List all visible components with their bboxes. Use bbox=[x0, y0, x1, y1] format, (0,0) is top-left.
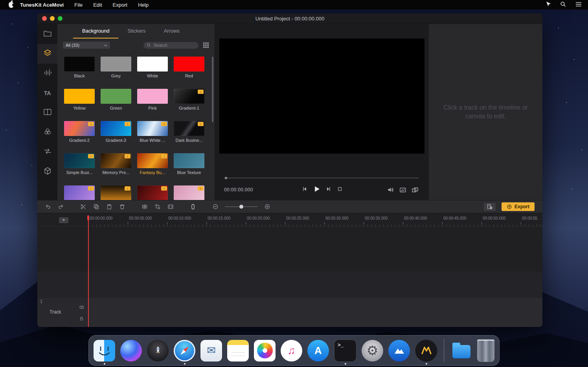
dock-system-preferences-icon[interactable]: ⚙ bbox=[362, 340, 383, 361]
dock-photos-icon[interactable] bbox=[254, 340, 276, 361]
track-visibility-eye-icon[interactable] bbox=[79, 305, 85, 310]
background-thumbnail[interactable]: ↓ bbox=[137, 153, 168, 168]
step-forward-button[interactable] bbox=[325, 186, 332, 192]
export-button[interactable]: Export bbox=[502, 202, 535, 211]
timeline-lane[interactable] bbox=[37, 272, 542, 298]
preview-seek-bar[interactable] bbox=[224, 178, 419, 178]
background-item[interactable]: Pink bbox=[137, 89, 168, 111]
dock-notes-icon[interactable] bbox=[227, 340, 249, 361]
dock-terminal-icon[interactable]: >_ bbox=[334, 339, 356, 362]
track-lock-icon[interactable] bbox=[79, 316, 84, 321]
dock-downloads-folder-icon[interactable] bbox=[450, 340, 472, 361]
background-item[interactable]: Blue Texture bbox=[174, 153, 204, 176]
background-thumbnail[interactable] bbox=[101, 89, 131, 104]
background-thumbnail[interactable] bbox=[174, 153, 204, 168]
paste-button[interactable] bbox=[106, 203, 113, 210]
background-item[interactable]: ↓ bbox=[174, 185, 204, 200]
minimize-button[interactable] bbox=[50, 16, 55, 21]
background-thumbnail[interactable] bbox=[101, 57, 131, 72]
canvas-size-icon[interactable] bbox=[399, 187, 406, 193]
background-thumbnail[interactable]: ↓ bbox=[101, 153, 131, 168]
background-item[interactable]: Black bbox=[64, 57, 95, 79]
dock-app-store-icon[interactable]: A bbox=[307, 340, 329, 361]
sidebar-item-elements[interactable] bbox=[37, 44, 57, 64]
search-input[interactable] bbox=[153, 42, 195, 48]
background-thumbnail[interactable]: ↓ bbox=[64, 153, 95, 168]
dock-siri-icon[interactable] bbox=[120, 340, 142, 361]
sidebar-item-effects[interactable] bbox=[37, 162, 57, 182]
background-item[interactable]: ↓Memory Pre... bbox=[101, 153, 131, 176]
playhead[interactable] bbox=[88, 215, 89, 327]
volume-icon[interactable] bbox=[387, 187, 394, 193]
background-thumbnail[interactable]: ↓ bbox=[101, 121, 131, 136]
background-thumbnail[interactable] bbox=[137, 57, 168, 72]
dock-mail-icon[interactable]: ✉ bbox=[200, 340, 222, 361]
menu-export[interactable]: Export bbox=[113, 2, 128, 8]
spotlight-search-icon[interactable] bbox=[560, 1, 566, 9]
background-item[interactable]: Grey bbox=[101, 57, 131, 79]
cut-button[interactable] bbox=[80, 203, 87, 210]
seek-handle[interactable] bbox=[225, 177, 227, 179]
menu-file[interactable]: File bbox=[74, 2, 83, 8]
video-canvas[interactable] bbox=[219, 39, 424, 154]
background-thumbnail[interactable]: ↓ bbox=[64, 185, 95, 200]
stop-button[interactable] bbox=[337, 186, 342, 192]
background-item[interactable]: ↓Gradient-1 bbox=[174, 89, 204, 111]
add-track-button[interactable]: + bbox=[59, 217, 68, 223]
step-backward-button[interactable] bbox=[301, 186, 307, 192]
tab-background[interactable]: Background bbox=[73, 24, 118, 39]
sidebar-item-split-screen[interactable] bbox=[37, 103, 57, 123]
crop-button[interactable] bbox=[154, 203, 161, 210]
media-scrollbar[interactable] bbox=[212, 57, 213, 122]
background-item[interactable]: Green bbox=[101, 89, 131, 111]
background-thumbnail[interactable] bbox=[174, 57, 204, 72]
background-item[interactable]: Yellow bbox=[64, 89, 95, 111]
background-thumbnail[interactable]: ↓ bbox=[137, 121, 168, 136]
close-button[interactable] bbox=[42, 16, 47, 21]
notification-center-icon[interactable] bbox=[575, 2, 582, 8]
dock-trash-icon[interactable] bbox=[477, 339, 494, 362]
split-button[interactable] bbox=[141, 203, 148, 210]
sidebar-item-text[interactable]: TA bbox=[37, 83, 57, 103]
background-thumbnail[interactable]: ↓ bbox=[64, 121, 95, 136]
background-item[interactable]: ↓Gradient-3 bbox=[101, 121, 131, 143]
background-item[interactable]: ↓Dark Busine... bbox=[174, 121, 204, 143]
background-thumbnail[interactable]: ↓ bbox=[137, 185, 168, 200]
zoom-button[interactable] bbox=[58, 16, 62, 21]
background-thumbnail[interactable] bbox=[137, 89, 168, 104]
timeline-body[interactable]: 1 Track bbox=[37, 226, 542, 327]
copy-button[interactable] bbox=[93, 203, 100, 210]
tab-stickers[interactable]: Stickers bbox=[118, 24, 154, 39]
dock-finder-icon[interactable] bbox=[94, 340, 115, 361]
dock-launchpad-icon[interactable] bbox=[147, 340, 169, 361]
background-thumbnail[interactable] bbox=[64, 57, 95, 72]
menu-help[interactable]: Help bbox=[138, 2, 149, 8]
background-item[interactable]: ↓ bbox=[101, 185, 131, 200]
zoom-in-button[interactable] bbox=[264, 203, 271, 210]
sidebar-item-audio[interactable] bbox=[37, 64, 57, 83]
sidebar-item-transitions[interactable] bbox=[37, 142, 57, 162]
undo-button[interactable] bbox=[44, 203, 51, 210]
background-item[interactable]: ↓Simple Busi... bbox=[64, 153, 95, 176]
dock-mountains-app-icon[interactable] bbox=[388, 340, 410, 361]
dual-screen-icon[interactable] bbox=[412, 187, 419, 193]
timeline-track-lane[interactable]: 1 Track bbox=[37, 298, 542, 327]
category-dropdown[interactable]: All (33) bbox=[63, 42, 110, 49]
export-settings-button[interactable] bbox=[484, 203, 496, 211]
background-item[interactable]: ↓Gradient-2 bbox=[64, 121, 95, 143]
sidebar-item-filters[interactable] bbox=[37, 123, 57, 142]
fit-timeline-button[interactable] bbox=[167, 203, 174, 210]
sidebar-item-media[interactable] bbox=[37, 24, 57, 44]
background-item[interactable]: ↓ bbox=[137, 185, 168, 200]
background-thumbnail[interactable]: ↓ bbox=[174, 185, 204, 200]
background-thumbnail[interactable] bbox=[64, 89, 95, 104]
background-item[interactable]: Red bbox=[174, 57, 204, 79]
background-thumbnail[interactable]: ↓ bbox=[174, 89, 204, 104]
dock-music-icon[interactable]: ♫ bbox=[281, 340, 302, 361]
apple-menu-icon[interactable] bbox=[9, 2, 14, 8]
title-bar[interactable]: Untitled Project - 00:00:00.000 bbox=[37, 13, 542, 24]
menubar-app-name[interactable]: TunesKit AceMovi bbox=[20, 2, 64, 8]
play-button[interactable] bbox=[312, 185, 320, 193]
search-box[interactable] bbox=[143, 42, 198, 49]
zoom-out-button[interactable] bbox=[212, 203, 219, 210]
